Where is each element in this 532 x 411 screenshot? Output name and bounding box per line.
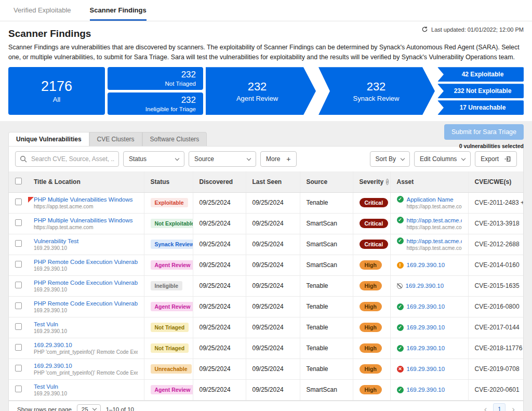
asset-cell: ✓169.29.390.10 [390, 338, 468, 359]
row-select-cell [9, 234, 28, 255]
funnel-stage-synack-review[interactable]: 232 Synack Review [318, 67, 435, 115]
row-select-cell [9, 275, 28, 296]
asset-link[interactable]: Application Name [407, 196, 454, 203]
prev-page-button[interactable]: ‹ [484, 405, 487, 411]
chevron-down-icon [401, 156, 405, 160]
triage-funnel: 2176 All 232 Not Triaged 232 Ineligible … [8, 67, 524, 115]
source-filter-dropdown[interactable]: Source [189, 151, 256, 167]
finding-title-link[interactable]: 169.29.390.10 [34, 342, 138, 348]
discovered-cell: 09/25/2024 [193, 317, 246, 338]
asset-link[interactable]: http://app.test.acme.com [407, 217, 462, 223]
asset-link[interactable]: 169.29.390.10 [407, 303, 445, 310]
finding-title-link[interactable]: Vulnerability Test [34, 238, 138, 244]
next-page-button[interactable]: › [512, 405, 515, 411]
row-checkbox[interactable] [15, 386, 22, 392]
tab-software-clusters[interactable]: Software Clusters [142, 132, 207, 146]
row-checkbox[interactable] [15, 219, 22, 226]
funnel-stage-agent-review[interactable]: 232 Agent Review [206, 67, 316, 115]
row-checkbox[interactable] [15, 323, 22, 330]
synack-review-count: 232 [367, 80, 386, 94]
column-last-seen[interactable]: Last Seen [246, 171, 300, 192]
status-badge: Unreachable [151, 364, 192, 374]
table-row: 169.29.390.10PHP 'com_print_typeinfo()' … [9, 338, 523, 359]
refresh-icon[interactable] [421, 26, 428, 33]
funnel-stage-all[interactable]: 2176 All [8, 67, 105, 115]
column-source[interactable]: Source [300, 171, 353, 192]
status-cell: Agent Review [144, 379, 193, 400]
discovered-cell: 09/25/2024 [193, 234, 246, 255]
row-checkbox[interactable] [15, 240, 22, 247]
asset-link[interactable]: 169.29.390.10 [407, 366, 445, 372]
column-status[interactable]: Status [144, 171, 193, 192]
status-badge: Not Triaged [151, 343, 189, 353]
rows-per-page-select[interactable]: 25 [77, 404, 101, 411]
asset-cell: !169.29.390.10 [390, 255, 468, 275]
asset-link[interactable]: 169.29.390.10 [407, 262, 445, 268]
agent-review-count: 232 [248, 80, 267, 94]
row-checkbox[interactable] [15, 344, 22, 351]
finding-title-link[interactable]: PHP Multiple Vulnerabilities Windows [34, 217, 138, 223]
asset-location: https://app.test.acme.com [407, 245, 462, 251]
not-triaged-count: 232 [181, 70, 196, 80]
funnel-stage-ineligible[interactable]: 232 Ineligible for Triage [108, 92, 203, 115]
sort-by-dropdown[interactable]: Sort By [370, 151, 410, 167]
column-cve[interactable]: CVE/CWE(s) [468, 171, 523, 192]
asset-link[interactable]: 169.29.390.10 [407, 345, 445, 351]
asset-error-icon: ✕ [397, 366, 404, 373]
finding-title-link[interactable]: Test Vuln [34, 383, 138, 390]
plus-icon: + [286, 155, 290, 163]
last-seen-cell: 09/25/2024 [246, 213, 300, 234]
cve-cell: CVE-2012-2688 [468, 234, 523, 255]
tab-cve-clusters[interactable]: CVE Clusters [89, 132, 142, 146]
funnel-outcome-not-exploitable[interactable]: 232 Not Exploitable [437, 84, 524, 98]
asset-cell: ✓http://app.test.acme.comhttps://app.tes… [390, 234, 468, 255]
finding-title-link[interactable]: PHP Remote Code Execution Vulnerability [34, 300, 138, 307]
top-tab-bar: Verified Exploitable Scanner Findings [0, 0, 532, 21]
status-badge: Agent Review [151, 302, 193, 311]
asset-link[interactable]: 169.29.390.10 [407, 324, 445, 330]
column-asset[interactable]: Asset [390, 171, 468, 192]
finding-title-link[interactable]: PHP Multiple Vulnerabilities Windows [34, 196, 138, 203]
more-filters-button[interactable]: More + [260, 151, 297, 167]
severity-badge: Critical [360, 198, 389, 207]
column-title-location[interactable]: Title & Location [28, 171, 144, 192]
current-page-button[interactable]: 1 [493, 403, 506, 411]
severity-cell: High [353, 275, 390, 296]
info-icon[interactable]: i [386, 179, 388, 185]
row-checkbox[interactable] [15, 261, 22, 268]
finding-title-link[interactable]: 169.29.390.10 [34, 363, 138, 369]
asset-check-icon: ✓ [397, 303, 404, 310]
row-checkbox[interactable] [15, 282, 22, 288]
funnel-outcome-exploitable[interactable]: 42 Exploitable [437, 67, 524, 82]
page-header: Scanner Findings Last updated: 01/01/202… [0, 21, 532, 39]
severity-cell: High [353, 317, 390, 338]
asset-link[interactable]: 169.29.390.10 [406, 283, 444, 289]
tab-verified-exploitable[interactable]: Verified Exploitable [14, 0, 71, 21]
export-button[interactable]: Export [475, 151, 517, 167]
edit-columns-dropdown[interactable]: Edit Columns [414, 151, 471, 167]
asset-link[interactable]: 169.29.390.10 [407, 387, 445, 393]
row-checkbox[interactable] [15, 365, 22, 372]
submit-sara-triage-button[interactable]: Submit for Sara Triage [444, 124, 524, 140]
row-checkbox[interactable] [15, 302, 22, 309]
source-filter-label: Source [194, 155, 214, 163]
column-discovered[interactable]: Discovered [193, 171, 246, 192]
sort-by-label: Sort By [376, 155, 396, 163]
row-select-cell [9, 296, 28, 317]
finding-title-link[interactable]: PHP Remote Code Execution Vulnerability [34, 280, 138, 286]
funnel-stage-not-triaged[interactable]: 232 Not Triaged [108, 67, 203, 90]
status-filter-dropdown[interactable]: Status [123, 151, 184, 167]
row-checkbox[interactable] [15, 198, 22, 205]
finding-title-link[interactable]: Test Vuln [34, 321, 138, 327]
finding-title-link[interactable]: PHP Remote Code Execution Vulnerability [34, 259, 138, 265]
column-severity[interactable]: Severity i [353, 171, 390, 192]
funnel-outcome-unreachable[interactable]: 17 Unreachable [437, 100, 524, 115]
search-input[interactable] [15, 151, 119, 167]
tab-scanner-findings[interactable]: Scanner Findings [90, 0, 147, 21]
select-all-checkbox[interactable] [15, 178, 22, 184]
tab-unique-vulnerabilities[interactable]: Unique Vulnerabilities [8, 132, 89, 146]
asset-cell: ✓169.29.390.10 [390, 296, 468, 317]
severity-header-label: Severity [360, 178, 384, 185]
asset-link[interactable]: http://app.test.acme.com [407, 238, 462, 244]
table-row: Test Vuln169.29.390.10Agent Review09/25/… [9, 379, 523, 400]
